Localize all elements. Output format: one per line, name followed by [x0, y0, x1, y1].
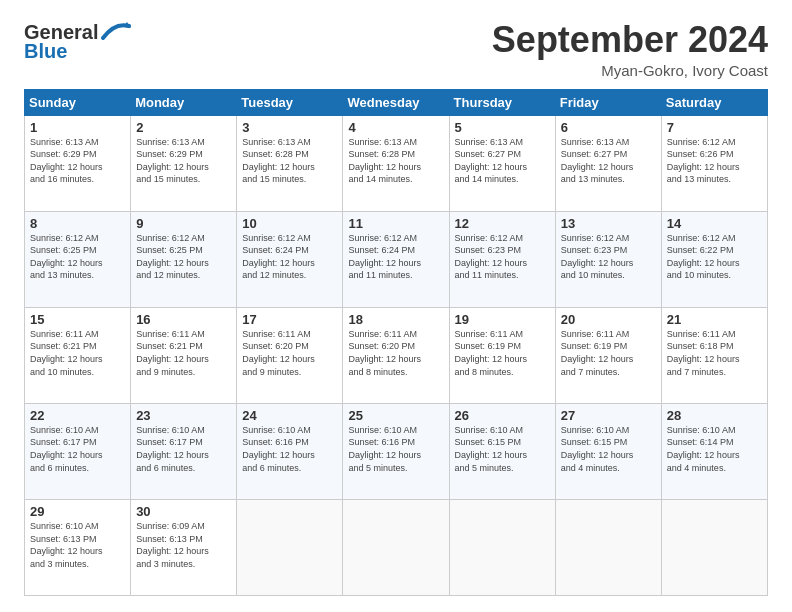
logo-icon [99, 20, 131, 44]
week-row-5: 29Sunrise: 6:10 AMSunset: 6:13 PMDayligh… [25, 499, 768, 595]
logo-blue-text: Blue [24, 40, 67, 63]
day-info: Sunrise: 6:13 AMSunset: 6:28 PMDaylight:… [242, 136, 337, 186]
day-number: 21 [667, 312, 762, 327]
logo: General Blue [24, 20, 131, 63]
calendar-cell: 23Sunrise: 6:10 AMSunset: 6:17 PMDayligh… [131, 403, 237, 499]
day-number: 14 [667, 216, 762, 231]
calendar-cell: 16Sunrise: 6:11 AMSunset: 6:21 PMDayligh… [131, 307, 237, 403]
day-number: 16 [136, 312, 231, 327]
day-number: 12 [455, 216, 550, 231]
day-number: 9 [136, 216, 231, 231]
page: General Blue September 2024 Myan-Gokro, … [0, 0, 792, 612]
day-info: Sunrise: 6:11 AMSunset: 6:21 PMDaylight:… [136, 328, 231, 378]
calendar-cell: 26Sunrise: 6:10 AMSunset: 6:15 PMDayligh… [449, 403, 555, 499]
day-info: Sunrise: 6:12 AMSunset: 6:25 PMDaylight:… [136, 232, 231, 282]
day-number: 25 [348, 408, 443, 423]
calendar-cell: 22Sunrise: 6:10 AMSunset: 6:17 PMDayligh… [25, 403, 131, 499]
calendar-cell: 14Sunrise: 6:12 AMSunset: 6:22 PMDayligh… [661, 211, 767, 307]
header-tuesday: Tuesday [237, 89, 343, 115]
day-info: Sunrise: 6:12 AMSunset: 6:26 PMDaylight:… [667, 136, 762, 186]
day-info: Sunrise: 6:12 AMSunset: 6:23 PMDaylight:… [561, 232, 656, 282]
day-info: Sunrise: 6:10 AMSunset: 6:17 PMDaylight:… [30, 424, 125, 474]
weekday-header-row: Sunday Monday Tuesday Wednesday Thursday… [25, 89, 768, 115]
day-info: Sunrise: 6:10 AMSunset: 6:16 PMDaylight:… [242, 424, 337, 474]
day-info: Sunrise: 6:13 AMSunset: 6:27 PMDaylight:… [455, 136, 550, 186]
day-number: 24 [242, 408, 337, 423]
day-info: Sunrise: 6:13 AMSunset: 6:29 PMDaylight:… [136, 136, 231, 186]
header-friday: Friday [555, 89, 661, 115]
day-info: Sunrise: 6:11 AMSunset: 6:20 PMDaylight:… [242, 328, 337, 378]
week-row-4: 22Sunrise: 6:10 AMSunset: 6:17 PMDayligh… [25, 403, 768, 499]
calendar-cell: 6Sunrise: 6:13 AMSunset: 6:27 PMDaylight… [555, 115, 661, 211]
day-number: 6 [561, 120, 656, 135]
calendar-cell: 7Sunrise: 6:12 AMSunset: 6:26 PMDaylight… [661, 115, 767, 211]
calendar-cell: 3Sunrise: 6:13 AMSunset: 6:28 PMDaylight… [237, 115, 343, 211]
header-sunday: Sunday [25, 89, 131, 115]
calendar-cell: 13Sunrise: 6:12 AMSunset: 6:23 PMDayligh… [555, 211, 661, 307]
day-info: Sunrise: 6:10 AMSunset: 6:15 PMDaylight:… [561, 424, 656, 474]
day-number: 20 [561, 312, 656, 327]
day-info: Sunrise: 6:12 AMSunset: 6:24 PMDaylight:… [348, 232, 443, 282]
calendar-cell: 17Sunrise: 6:11 AMSunset: 6:20 PMDayligh… [237, 307, 343, 403]
header-thursday: Thursday [449, 89, 555, 115]
calendar-cell: 4Sunrise: 6:13 AMSunset: 6:28 PMDaylight… [343, 115, 449, 211]
day-number: 4 [348, 120, 443, 135]
header-saturday: Saturday [661, 89, 767, 115]
day-info: Sunrise: 6:12 AMSunset: 6:25 PMDaylight:… [30, 232, 125, 282]
day-number: 8 [30, 216, 125, 231]
day-info: Sunrise: 6:09 AMSunset: 6:13 PMDaylight:… [136, 520, 231, 570]
calendar-cell: 29Sunrise: 6:10 AMSunset: 6:13 PMDayligh… [25, 499, 131, 595]
calendar-cell: 18Sunrise: 6:11 AMSunset: 6:20 PMDayligh… [343, 307, 449, 403]
calendar-cell: 28Sunrise: 6:10 AMSunset: 6:14 PMDayligh… [661, 403, 767, 499]
header-monday: Monday [131, 89, 237, 115]
day-info: Sunrise: 6:11 AMSunset: 6:19 PMDaylight:… [561, 328, 656, 378]
day-info: Sunrise: 6:11 AMSunset: 6:19 PMDaylight:… [455, 328, 550, 378]
calendar-cell [449, 499, 555, 595]
day-number: 19 [455, 312, 550, 327]
day-number: 11 [348, 216, 443, 231]
day-info: Sunrise: 6:10 AMSunset: 6:17 PMDaylight:… [136, 424, 231, 474]
calendar-cell: 20Sunrise: 6:11 AMSunset: 6:19 PMDayligh… [555, 307, 661, 403]
week-row-3: 15Sunrise: 6:11 AMSunset: 6:21 PMDayligh… [25, 307, 768, 403]
day-number: 2 [136, 120, 231, 135]
day-info: Sunrise: 6:10 AMSunset: 6:16 PMDaylight:… [348, 424, 443, 474]
day-info: Sunrise: 6:10 AMSunset: 6:14 PMDaylight:… [667, 424, 762, 474]
week-row-1: 1Sunrise: 6:13 AMSunset: 6:29 PMDaylight… [25, 115, 768, 211]
calendar-cell: 10Sunrise: 6:12 AMSunset: 6:24 PMDayligh… [237, 211, 343, 307]
day-info: Sunrise: 6:12 AMSunset: 6:23 PMDaylight:… [455, 232, 550, 282]
day-number: 15 [30, 312, 125, 327]
month-title: September 2024 [492, 20, 768, 60]
calendar-table: Sunday Monday Tuesday Wednesday Thursday… [24, 89, 768, 596]
calendar-cell [343, 499, 449, 595]
week-row-2: 8Sunrise: 6:12 AMSunset: 6:25 PMDaylight… [25, 211, 768, 307]
calendar-cell: 27Sunrise: 6:10 AMSunset: 6:15 PMDayligh… [555, 403, 661, 499]
day-info: Sunrise: 6:11 AMSunset: 6:20 PMDaylight:… [348, 328, 443, 378]
day-info: Sunrise: 6:13 AMSunset: 6:28 PMDaylight:… [348, 136, 443, 186]
day-number: 30 [136, 504, 231, 519]
day-info: Sunrise: 6:10 AMSunset: 6:13 PMDaylight:… [30, 520, 125, 570]
day-number: 29 [30, 504, 125, 519]
calendar-cell [237, 499, 343, 595]
day-number: 3 [242, 120, 337, 135]
calendar-cell: 25Sunrise: 6:10 AMSunset: 6:16 PMDayligh… [343, 403, 449, 499]
day-info: Sunrise: 6:10 AMSunset: 6:15 PMDaylight:… [455, 424, 550, 474]
calendar-cell: 21Sunrise: 6:11 AMSunset: 6:18 PMDayligh… [661, 307, 767, 403]
calendar-cell: 30Sunrise: 6:09 AMSunset: 6:13 PMDayligh… [131, 499, 237, 595]
title-block: September 2024 Myan-Gokro, Ivory Coast [492, 20, 768, 79]
header-wednesday: Wednesday [343, 89, 449, 115]
day-info: Sunrise: 6:13 AMSunset: 6:27 PMDaylight:… [561, 136, 656, 186]
day-number: 13 [561, 216, 656, 231]
calendar-cell: 9Sunrise: 6:12 AMSunset: 6:25 PMDaylight… [131, 211, 237, 307]
day-info: Sunrise: 6:12 AMSunset: 6:24 PMDaylight:… [242, 232, 337, 282]
day-number: 28 [667, 408, 762, 423]
day-info: Sunrise: 6:11 AMSunset: 6:18 PMDaylight:… [667, 328, 762, 378]
calendar-cell [661, 499, 767, 595]
day-number: 5 [455, 120, 550, 135]
calendar-cell: 19Sunrise: 6:11 AMSunset: 6:19 PMDayligh… [449, 307, 555, 403]
day-number: 26 [455, 408, 550, 423]
calendar-cell: 12Sunrise: 6:12 AMSunset: 6:23 PMDayligh… [449, 211, 555, 307]
day-info: Sunrise: 6:12 AMSunset: 6:22 PMDaylight:… [667, 232, 762, 282]
calendar-cell: 5Sunrise: 6:13 AMSunset: 6:27 PMDaylight… [449, 115, 555, 211]
day-number: 18 [348, 312, 443, 327]
calendar-cell: 11Sunrise: 6:12 AMSunset: 6:24 PMDayligh… [343, 211, 449, 307]
